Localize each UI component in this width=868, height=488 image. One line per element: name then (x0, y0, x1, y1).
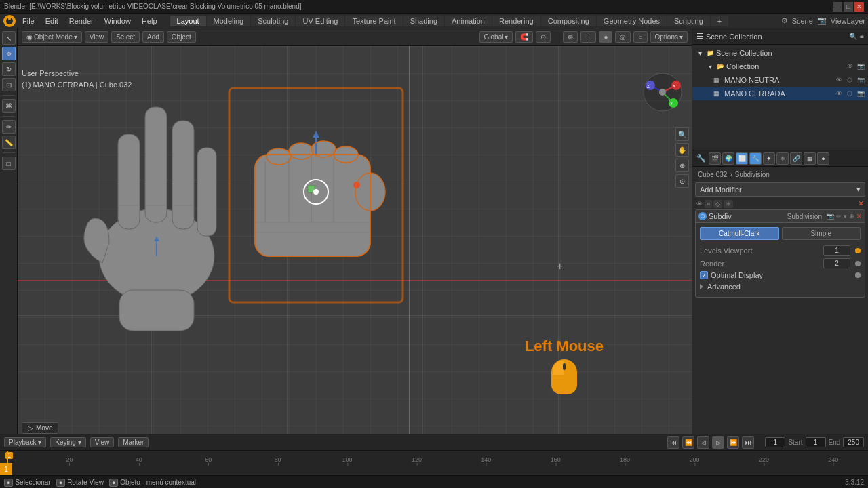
tab-uv-editing[interactable]: UV Editing (296, 16, 344, 26)
timeline-marker-menu[interactable]: Marker (118, 437, 149, 447)
mod-tab-physics[interactable]: ⚛ (724, 200, 733, 208)
mano-cerrada-ren[interactable]: 📷 (856, 89, 865, 98)
overlay-button[interactable]: ⊛ (563, 31, 578, 43)
advanced-section[interactable]: Advanced (700, 281, 861, 293)
add-cube-tool[interactable]: □ (2, 157, 16, 170)
jump-end-button[interactable]: ⏭ (742, 436, 754, 449)
outliner-filter-icon[interactable]: 🔍 (849, 33, 857, 40)
orbit-icon[interactable]: ⊙ (675, 174, 689, 188)
timeline-view-menu[interactable]: View (90, 437, 115, 447)
subdiv-delete-icon[interactable]: ✕ (856, 213, 862, 220)
viewport[interactable]: ◉ Object Mode ▾ View Select Add Object G… (18, 28, 692, 461)
close-button[interactable]: ✕ (854, 2, 864, 12)
zoom-icon[interactable]: ⊕ (675, 159, 689, 172)
transform-tool[interactable]: ⌘ (2, 99, 16, 113)
object-menu[interactable]: Object (167, 31, 196, 43)
step-back-button[interactable]: ⏪ (682, 436, 694, 449)
outliner-mano-cerrada[interactable]: ▦ MANO CERRADA 👁 ⬡ 📷 (692, 87, 868, 100)
move-tool[interactable]: ✥ (2, 47, 16, 60)
mano-neutra-ren[interactable]: 📷 (856, 75, 865, 85)
render-levels-value[interactable]: 2 (823, 258, 850, 268)
mano-cerrada-sel[interactable]: ⬡ (845, 89, 854, 98)
breadcrumb-object[interactable]: Cube.032 (698, 171, 727, 178)
rotate-tool[interactable]: ↻ (2, 62, 16, 76)
tab-texture-paint[interactable]: Texture Paint (345, 16, 402, 26)
simple-button[interactable]: Simple (782, 227, 861, 240)
tab-sculpting[interactable]: Sculpting (251, 16, 295, 26)
outliner-mano-neutra[interactable]: ▦ MANO NEUTRA 👁 ⬡ 📷 (692, 73, 868, 87)
breadcrumb-modifier[interactable]: Subdivision (735, 171, 770, 178)
mod-tab-generate[interactable]: ≡ (705, 200, 712, 208)
catmull-clark-button[interactable]: Catmull-Clark (700, 227, 779, 240)
tab-add[interactable]: + (711, 16, 728, 26)
start-frame-box[interactable]: 1 (806, 437, 826, 447)
prop-tab-object[interactable]: ⬜ (736, 152, 748, 165)
tab-animation[interactable]: Animation (445, 16, 492, 26)
mode-selector[interactable]: ◉ Object Mode ▾ (22, 31, 82, 43)
scale-tool[interactable]: ⊡ (2, 78, 16, 92)
levels-viewport-value[interactable]: 1 (823, 245, 850, 256)
collection-render-icon[interactable]: 📷 (856, 62, 865, 71)
current-frame-box[interactable]: 1 (765, 437, 785, 447)
select-tool[interactable]: ↖ (2, 31, 16, 45)
tab-shading[interactable]: Shading (403, 16, 444, 26)
end-frame-box[interactable]: 250 (843, 437, 864, 447)
solid-shading[interactable]: ● (599, 31, 612, 43)
subdiv-more-icon[interactable]: ▾ (844, 213, 847, 220)
scene-name[interactable]: Scene (792, 17, 813, 25)
play-reverse-button[interactable]: ◁ (697, 436, 709, 449)
play-button[interactable]: ▷ (712, 436, 724, 449)
rendered-shading[interactable]: ○ (633, 31, 647, 43)
menu-render[interactable]: Render (64, 16, 98, 26)
tab-modeling[interactable]: Modeling (207, 16, 251, 26)
tab-layout[interactable]: Layout (170, 16, 206, 26)
view-layer-name[interactable]: ViewLayer (831, 17, 865, 25)
minimize-button[interactable]: — (833, 2, 842, 12)
jump-start-button[interactable]: ⏮ (667, 436, 679, 449)
prop-tab-modifier[interactable]: 🔧 (749, 152, 762, 165)
mod-tab-deform[interactable]: ◇ (713, 200, 722, 208)
menu-help[interactable]: Help (137, 16, 162, 26)
prop-tab-constraints[interactable]: 🔗 (790, 152, 802, 165)
orientation-selector[interactable]: Global ▾ (479, 31, 513, 43)
tab-rendering[interactable]: Rendering (492, 16, 540, 26)
menu-window[interactable]: Window (100, 16, 136, 26)
annotate-tool[interactable]: ✏ (2, 120, 16, 134)
outliner-scene-collection[interactable]: ▾ 📁 Scene Collection (692, 46, 868, 60)
view-menu[interactable]: View (85, 31, 109, 43)
step-forward-button[interactable]: ⏩ (727, 436, 739, 449)
snap-button[interactable]: 🧲 (515, 31, 533, 43)
menu-file[interactable]: File (18, 16, 39, 26)
prop-tab-world[interactable]: 🌍 (722, 152, 734, 165)
material-shading[interactable]: ◎ (615, 31, 631, 43)
maximize-button[interactable]: □ (844, 2, 853, 12)
timeline-keying-menu[interactable]: Keying ▾ (50, 437, 85, 447)
tab-scripting[interactable]: Scripting (667, 16, 710, 26)
menu-edit[interactable]: Edit (41, 16, 63, 26)
modifier-toggle-vis[interactable]: 👁 (696, 201, 703, 207)
tab-compositing[interactable]: Compositing (541, 16, 596, 26)
optimal-display-checkbox[interactable]: ✓ (700, 271, 708, 279)
xray-button[interactable]: ☷ (580, 31, 596, 43)
modifier-close-icon[interactable]: ✕ (858, 199, 864, 208)
measure-tool[interactable]: 📏 (2, 136, 16, 149)
subdiv-duplicate-icon[interactable]: ⊕ (849, 213, 854, 220)
subdiv-cam-icon[interactable]: 📷 (827, 213, 834, 220)
proportional-button[interactable]: ⊙ (536, 31, 551, 43)
mano-neutra-sel[interactable]: ⬡ (845, 75, 854, 85)
tab-geometry-nodes[interactable]: Geometry Nodes (597, 16, 667, 26)
hand-view-icon[interactable]: ✋ (675, 143, 689, 157)
collection-vis-icon[interactable]: 👁 (845, 62, 854, 71)
timeline-playback-menu[interactable]: Playback ▾ (4, 437, 46, 447)
prop-tab-scene[interactable]: 🎬 (709, 152, 721, 165)
options-menu[interactable]: Options ▾ (650, 31, 688, 43)
viewport-canvas[interactable]: User Perspective (1) MANO CERRADA | Cube… (18, 46, 692, 449)
subdiv-edit-icon[interactable]: ✏ (836, 213, 842, 220)
prop-tab-data[interactable]: ▦ (804, 152, 816, 165)
mano-neutra-vis[interactable]: 👁 (834, 75, 844, 85)
add-modifier-button[interactable]: Add Modifier ▾ (695, 182, 865, 197)
prop-tab-material[interactable]: ● (817, 152, 829, 165)
outliner-collection[interactable]: ▾ 📂 Collection 👁 📷 (692, 60, 868, 73)
navigation-gizmo[interactable]: X Y Z (641, 70, 685, 115)
prop-tab-particles[interactable]: ✦ (763, 152, 775, 165)
